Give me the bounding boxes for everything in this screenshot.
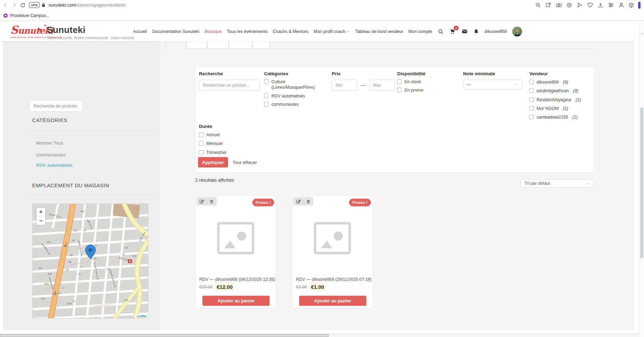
sidebar-item-communautes[interactable]: communautes [36, 152, 66, 157]
scroll-up-arrow[interactable] [640, 30, 644, 36]
map-number: 12 [106, 268, 109, 270]
site-logo[interactable]: Sunuteki ★ NOTRE RÉUSSITE. NOTRE COMMUNA… [10, 24, 45, 40]
filter-option-rdv-automatises[interactable]: RDV automatisés [264, 93, 323, 99]
tab-stub[interactable] [252, 41, 270, 48]
nav-mon-compte[interactable]: Mon compte [408, 29, 432, 34]
apply-filters-button[interactable]: Appliquer [198, 157, 228, 167]
favorites-heart-icon[interactable] [587, 2, 593, 8]
trash-icon[interactable] [209, 198, 214, 205]
username-label[interactable]: diksone958 [485, 29, 507, 34]
duration-option-mensuel[interactable]: Mensuel [199, 141, 226, 146]
sort-select[interactable]: Tri par défaut [521, 179, 594, 188]
tab-stub[interactable] [207, 41, 229, 48]
forward-icon[interactable] [11, 2, 18, 8]
send-icon[interactable] [576, 2, 583, 8]
nav-evenements[interactable]: Tous les événements [227, 29, 267, 34]
vendor-option-edubridgeafrican[interactable]: edubridgeafrican(3) [529, 88, 581, 94]
mail-icon[interactable] [461, 28, 468, 35]
clear-filters-link[interactable]: Tout effacer [233, 160, 257, 165]
horizontal-scrollbar-thumb[interactable] [0, 334, 329, 337]
checkbox[interactable] [199, 132, 203, 137]
edit-icon[interactable] [199, 198, 204, 205]
sidebar-item-montrer-tous[interactable]: Montrer Tous [36, 140, 63, 146]
product-title[interactable]: RDV — diksone958 (29/11/2025 07:19) [296, 277, 372, 282]
site-header: Sunuteki ★ NOTRE RÉUSSITE. NOTRE COMMUNA… [0, 21, 639, 41]
filter-option-culture[interactable]: Culture (Livres/Musique/Films) [264, 79, 323, 90]
checkbox[interactable] [529, 115, 534, 119]
checkbox[interactable] [264, 79, 269, 84]
vendor-option-resilientvoyageur[interactable]: ResilientVoyageur(1) [529, 97, 581, 103]
checkbox[interactable] [264, 102, 269, 106]
price-min-input[interactable] [332, 80, 357, 91]
product-search-input[interactable] [29, 100, 82, 112]
search-icon[interactable] [437, 28, 444, 35]
trash-icon[interactable] [306, 198, 311, 205]
nav-accueil[interactable]: Accueil [133, 29, 147, 34]
filter-option-en-stock[interactable]: En stock [397, 79, 425, 85]
duration-option-trimestriel[interactable]: Trimestriel [199, 150, 226, 155]
checkbox[interactable] [264, 94, 269, 98]
profile-icon[interactable] [618, 2, 625, 8]
tab-stub[interactable] [186, 41, 207, 48]
address-bar[interactable]: sunuteki.com/store/voyageurresilient/ [49, 2, 126, 8]
checkbox[interactable] [529, 80, 534, 84]
filter-option-communautes[interactable]: communautes [264, 102, 323, 107]
nav-documentation[interactable]: Documentation Sunuteki [152, 29, 199, 34]
product-card[interactable]: Promo ! RDV — diksone958 (29/11/2025 07:… [292, 196, 373, 309]
filter-option-en-promo[interactable]: En promo [397, 87, 425, 93]
add-to-cart-button[interactable]: Ajouter au panier [202, 296, 270, 306]
leaflet-attribution[interactable]: Leaflet [135, 314, 148, 318]
extensions-cube-icon[interactable] [628, 2, 634, 9]
product-title[interactable]: RDV — diksone958 (04/12/2025 12:35) [199, 277, 275, 282]
duration-option-annuel[interactable]: Annuel [199, 132, 226, 138]
checkbox[interactable] [199, 141, 203, 146]
price-max-input[interactable] [369, 80, 395, 91]
screenshot-camera-icon[interactable] [556, 2, 562, 8]
vendor-count: (1) [572, 114, 577, 120]
tab-stub[interactable] [166, 41, 186, 49]
checkbox[interactable] [529, 106, 534, 111]
horizontal-scrollbar[interactable] [0, 334, 639, 337]
bookmark-item[interactable]: Procédure Campus... [10, 13, 49, 18]
checkbox[interactable] [397, 79, 402, 84]
vendor-option-mor-ngom[interactable]: Mor NGOM(1) [529, 106, 581, 111]
compose-icon[interactable] [545, 2, 552, 8]
bell-icon[interactable] [473, 28, 479, 35]
nav-boutique[interactable]: Boutique [204, 29, 221, 34]
store-location-map[interactable]: 603 44 601 40 38 36 34 532 522 589 585 5… [32, 204, 148, 319]
checkbox[interactable] [397, 88, 402, 92]
vertical-scrollbar-thumb[interactable] [640, 107, 643, 258]
sidebar-item-rdv-automatises[interactable]: RDV automatisés [36, 163, 72, 168]
vendor-option-sambadiaw2155[interactable]: sambadiaw2155(1) [529, 114, 581, 120]
checkbox[interactable] [199, 150, 203, 155]
filter-search-input[interactable] [199, 80, 260, 91]
map-zoom-in-button[interactable]: + [36, 208, 45, 216]
map-number: 17 [62, 287, 64, 289]
product-card[interactable]: Promo ! RDV — diksone958 (04/12/2025 12:… [195, 196, 276, 309]
zoom-out-icon[interactable] [535, 2, 541, 8]
checkbox[interactable] [529, 97, 534, 102]
rating-select[interactable]: — [463, 80, 522, 89]
add-to-cart-button[interactable]: Ajouter au panier [299, 296, 366, 306]
back-icon[interactable] [2, 2, 9, 8]
settings-sliders-icon[interactable] [608, 2, 614, 8]
lock-icon[interactable] [41, 2, 46, 8]
vertical-scrollbar[interactable] [639, 21, 644, 337]
nav-coachs-mentors[interactable]: Coachs & Mentors [273, 29, 308, 34]
edit-icon[interactable] [296, 198, 301, 205]
checkbox[interactable] [529, 88, 534, 93]
nav-mon-profil-coach[interactable]: Mon profil coach [314, 29, 350, 34]
shield-block-icon[interactable] [566, 2, 573, 8]
nav-tableau-de-bord-vendeur[interactable]: Tableau de bord vendeur [355, 29, 403, 34]
avatar[interactable] [512, 26, 522, 37]
tab-stub[interactable] [229, 41, 252, 48]
cart-icon[interactable]: 2 [449, 28, 456, 35]
map-number: 589 [48, 273, 52, 275]
downloads-icon[interactable] [597, 2, 604, 8]
map-zoom-out-button[interactable]: − [36, 216, 45, 225]
extension-pill[interactable] [638, 2, 641, 9]
vendor-option-diksone958[interactable]: diksone958(9) [529, 79, 581, 85]
page-title[interactable]: Sunuteki [47, 25, 85, 35]
refresh-icon[interactable] [20, 2, 26, 8]
vpn-badge[interactable]: VPN [29, 2, 40, 8]
